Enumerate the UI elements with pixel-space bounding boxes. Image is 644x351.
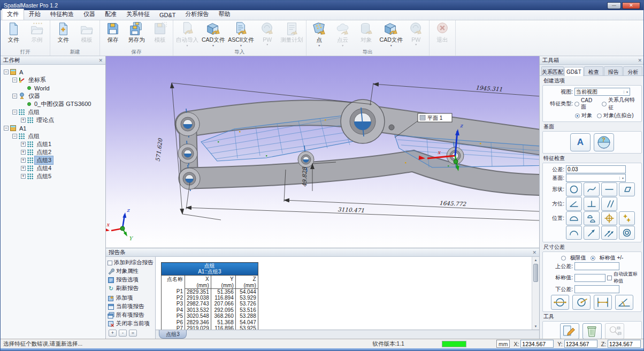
radio-cad-face[interactable]: [574, 102, 579, 106]
dimtol-angle-button[interactable]: [615, 295, 633, 310]
tree-collapse-icon[interactable]: −: [12, 110, 17, 115]
datum-letter-button[interactable]: A: [570, 133, 591, 151]
upper-tolerance-input[interactable]: [574, 262, 619, 270]
menu-start[interactable]: 开始: [24, 9, 45, 20]
tree-item-A[interactable]: −A: [2, 68, 104, 76]
datum-circle-button[interactable]: ?: [594, 133, 614, 151]
object-properties-button[interactable]: 对象属性: [108, 268, 154, 275]
orient-angularity-button[interactable]: [566, 197, 582, 211]
add-item-button[interactable]: 添加项: [108, 294, 154, 302]
menu-relation-feature[interactable]: 关系特征: [121, 9, 155, 20]
shape-flatness-button[interactable]: [619, 182, 635, 196]
current-item-report-button[interactable]: 当前项报告: [108, 303, 154, 310]
orient-parallelism-button[interactable]: [601, 197, 617, 211]
scroll-thumb[interactable]: [533, 264, 538, 282]
lower-tolerance-input[interactable]: [574, 285, 619, 293]
menu-analysis-report[interactable]: 分析报告: [181, 9, 214, 20]
work-tree-close-icon[interactable]: ✕: [98, 58, 103, 63]
ribbon-button-new-file[interactable]: 文件: [51, 21, 75, 44]
tree-item-pointgroup1[interactable]: +点组1: [2, 140, 104, 148]
tree-item-gts3600[interactable]: 0_中图仪器 GTS3600: [2, 100, 104, 108]
tree-expand-icon[interactable]: +: [21, 174, 26, 179]
tree-expand-icon[interactable]: +: [21, 142, 26, 147]
radio-limit-value[interactable]: [561, 256, 566, 261]
tab-inspect[interactable]: 检查: [584, 66, 603, 75]
dimtol-radius-button[interactable]: [572, 295, 591, 310]
z-input[interactable]: [608, 340, 641, 348]
tree-item-coordsys[interactable]: −坐标系: [2, 76, 104, 84]
report-scrollbar[interactable]: ▲ ▼: [532, 257, 539, 330]
expand-all-button[interactable]: +: [109, 330, 117, 337]
all-items-report-button[interactable]: 所有项报告: [108, 311, 154, 319]
collapse-all-button[interactable]: -: [119, 330, 127, 337]
add-to-report-checkbox[interactable]: 添加到综合报告: [108, 259, 154, 266]
nominal-input[interactable]: [574, 274, 605, 282]
tree-collapse-icon[interactable]: −: [4, 70, 9, 74]
tab-gdt[interactable]: GD&T: [564, 67, 584, 76]
auto-nominal-checkbox[interactable]: [607, 276, 612, 280]
tree-item-instrument[interactable]: −仪器: [2, 92, 104, 100]
ribbon-button-export-points[interactable]: 点 ▼: [308, 21, 331, 47]
close-button[interactable]: ✕: [622, 2, 640, 9]
tree-expand-icon[interactable]: +: [21, 118, 26, 123]
pos-position-button[interactable]: [601, 211, 617, 225]
ribbon-button-export-cad[interactable]: CAD文件 ▼: [378, 21, 404, 47]
tree-item-world[interactable]: World: [2, 84, 104, 92]
tab-report[interactable]: 报告: [604, 66, 623, 75]
tree-collapse-icon[interactable]: −: [12, 94, 17, 98]
y-input[interactable]: [564, 340, 597, 348]
tree-item-pointgroup2[interactable]: +点组2: [2, 148, 104, 156]
tree-expand-icon[interactable]: +: [21, 166, 26, 171]
3d-viewport[interactable]: 1945.311 571.620 49.828 1645.772 3110.47…: [106, 56, 539, 248]
tool-delete-button[interactable]: [582, 323, 602, 339]
tolerance-input[interactable]: [566, 165, 626, 173]
menu-help[interactable]: 帮助: [214, 9, 235, 20]
menu-file[interactable]: 文件: [2, 9, 24, 20]
equalize-button[interactable]: =: [129, 330, 137, 337]
report-options-button[interactable]: 报告选项: [108, 276, 154, 284]
radio-object-fit[interactable]: [597, 113, 602, 118]
pos-stars-button[interactable]: [619, 211, 635, 225]
radio-nominal-value[interactable]: [591, 256, 595, 261]
menu-gdt[interactable]: GD&T: [155, 11, 181, 20]
menu-feature-construct[interactable]: 特征构造: [45, 9, 79, 20]
ribbon-button-import-cad[interactable]: CAD文件 ▼: [200, 21, 226, 47]
tree-collapse-icon[interactable]: −: [12, 134, 17, 139]
pos-total-runout-button[interactable]: [601, 226, 617, 240]
dimtol-diameter-button[interactable]: [551, 295, 569, 310]
pos-runout-button[interactable]: [584, 226, 600, 240]
pos-composite-profile-button[interactable]: [584, 211, 600, 225]
tree-item-pointgroup4[interactable]: +点组4: [2, 164, 104, 172]
datum-select[interactable]: ▼: [566, 174, 626, 182]
ribbon-button-save-as[interactable]: 另存为: [125, 21, 148, 44]
tree-item-pointgroup3-selected[interactable]: +点组3: [2, 156, 104, 164]
orient-perpendicularity-button[interactable]: [584, 197, 600, 211]
tree-item-pointgroup-A1[interactable]: −点组: [2, 132, 104, 140]
ribbon-button-save[interactable]: 保存: [101, 21, 125, 44]
scroll-down-icon[interactable]: ▼: [532, 323, 539, 330]
shape-line-profile-button[interactable]: [584, 182, 600, 196]
radio-relation-geom[interactable]: [602, 102, 607, 106]
shape-circularity-button[interactable]: [566, 182, 582, 196]
refresh-report-button[interactable]: ↻刷新报告: [108, 285, 154, 292]
radio-object[interactable]: [575, 113, 580, 118]
scroll-up-icon[interactable]: ▲: [532, 257, 539, 263]
menu-alignment[interactable]: 配准: [100, 9, 121, 20]
tab-analysis[interactable]: 分析: [623, 66, 642, 75]
pos-concentricity-button[interactable]: [619, 226, 635, 240]
tree-expand-icon[interactable]: +: [21, 158, 26, 163]
view-select[interactable]: 当前视图 ▼: [574, 88, 630, 96]
minimize-button[interactable]: —: [607, 2, 621, 9]
tab-relation-match[interactable]: 关系匹配: [541, 66, 564, 75]
tree-collapse-icon[interactable]: −: [12, 78, 17, 82]
pos-surface-profile-button[interactable]: [566, 211, 582, 225]
tree-item-pointgroup-root[interactable]: −点组: [2, 108, 104, 116]
ribbon-button-open-file[interactable]: 文件: [2, 21, 25, 44]
tree-item-A1[interactable]: −A1: [2, 124, 104, 132]
close-non-current-button[interactable]: 关闭非当前项: [108, 320, 154, 327]
report-tab-pointgroup3[interactable]: 点组3: [159, 330, 187, 339]
shape-straightness-button[interactable]: [601, 182, 617, 196]
toolbox-close-icon[interactable]: ✕: [638, 58, 642, 63]
dimtol-distance-button[interactable]: [594, 295, 612, 310]
ribbon-button-import-ascii[interactable]: ASCII文件 ▼: [226, 21, 255, 47]
